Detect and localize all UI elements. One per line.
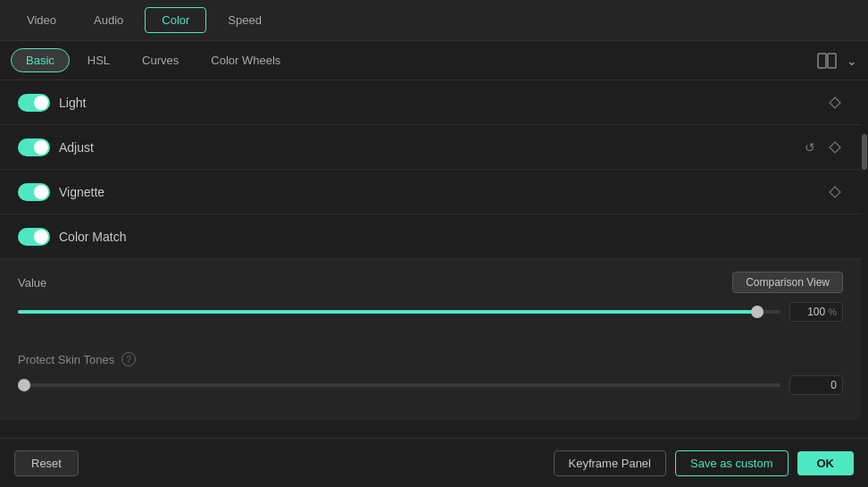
light-section-row: Light: [0, 80, 861, 125]
value-header: Value Comparison View: [18, 272, 843, 293]
subtab-color-wheels[interactable]: Color Wheels: [196, 49, 295, 71]
section-group: Light Adjust ↺ Vignette: [0, 80, 861, 420]
save-as-custom-button[interactable]: Save as custom: [675, 450, 789, 476]
value-slider-fill: [18, 310, 757, 314]
adjust-section-row: Adjust ↺: [0, 125, 861, 170]
tab-color[interactable]: Color: [145, 7, 206, 33]
protect-value-number: 0: [830, 379, 837, 391]
sub-tab-bar: Basic HSL Curves Color Wheels ⌄: [0, 41, 868, 80]
color-match-label: Color Match: [59, 230, 843, 244]
footer-left: Reset: [14, 450, 79, 476]
color-match-section-row: Color Match: [0, 214, 861, 259]
vignette-label: Vignette: [59, 185, 818, 199]
value-section: Value Comparison View 100 %: [0, 259, 861, 343]
protect-slider-track[interactable]: [18, 383, 780, 387]
reset-button[interactable]: Reset: [14, 450, 79, 476]
protect-slider-thumb[interactable]: [18, 379, 30, 391]
adjust-actions: ↺: [802, 139, 843, 155]
light-diamond-icon[interactable]: [827, 95, 843, 111]
value-slider-row: 100 %: [18, 302, 843, 322]
light-toggle[interactable]: [18, 94, 50, 112]
chevron-down-icon[interactable]: ⌄: [847, 54, 857, 68]
ok-button[interactable]: OK: [797, 451, 855, 475]
comparison-view-button[interactable]: Comparison View: [732, 272, 843, 293]
protect-input-box[interactable]: 0: [789, 375, 843, 395]
scrollbar-track: [861, 80, 868, 420]
footer-bar: Reset Keyframe Panel Save as custom OK: [0, 438, 868, 487]
light-actions: [827, 95, 843, 111]
value-slider-thumb[interactable]: [751, 306, 764, 318]
adjust-toggle[interactable]: [18, 139, 50, 156]
vignette-actions: [827, 184, 843, 200]
svg-rect-0: [818, 54, 826, 68]
adjust-label: Adjust: [59, 140, 793, 155]
main-content-area: Light Adjust ↺ Vignette: [0, 80, 868, 420]
value-slider-track[interactable]: [18, 310, 780, 314]
svg-rect-1: [828, 54, 836, 68]
protect-header: Protect Skin Tones ?: [18, 352, 843, 366]
subtab-basic[interactable]: Basic: [11, 48, 70, 72]
adjust-diamond-icon[interactable]: [827, 139, 843, 155]
tab-audio[interactable]: Audio: [78, 8, 139, 32]
adjust-reset-icon[interactable]: ↺: [802, 139, 818, 155]
help-icon[interactable]: ?: [121, 352, 136, 366]
tab-video[interactable]: Video: [11, 8, 72, 32]
value-input-box[interactable]: 100 %: [789, 302, 843, 322]
light-label: Light: [59, 96, 818, 110]
vignette-section-row: Vignette: [0, 170, 861, 214]
protect-slider-row: 0: [18, 375, 843, 395]
subtab-curves[interactable]: Curves: [128, 49, 193, 71]
keyframe-panel-button[interactable]: Keyframe Panel: [554, 450, 667, 476]
protect-section: Protect Skin Tones ? 0: [0, 343, 861, 420]
tab-speed[interactable]: Speed: [212, 8, 278, 32]
vignette-toggle[interactable]: [18, 183, 50, 201]
color-match-toggle[interactable]: [18, 228, 50, 246]
scrollbar-thumb[interactable]: [862, 134, 867, 170]
protect-label: Protect Skin Tones: [18, 353, 114, 366]
split-view-icon[interactable]: [814, 51, 839, 71]
value-label: Value: [18, 276, 46, 290]
value-unit: %: [828, 306, 837, 317]
value-number: 100: [807, 306, 825, 318]
vignette-diamond-icon[interactable]: [827, 184, 843, 200]
top-tab-bar: Video Audio Color Speed: [0, 0, 868, 41]
subtab-hsl[interactable]: HSL: [73, 49, 124, 71]
